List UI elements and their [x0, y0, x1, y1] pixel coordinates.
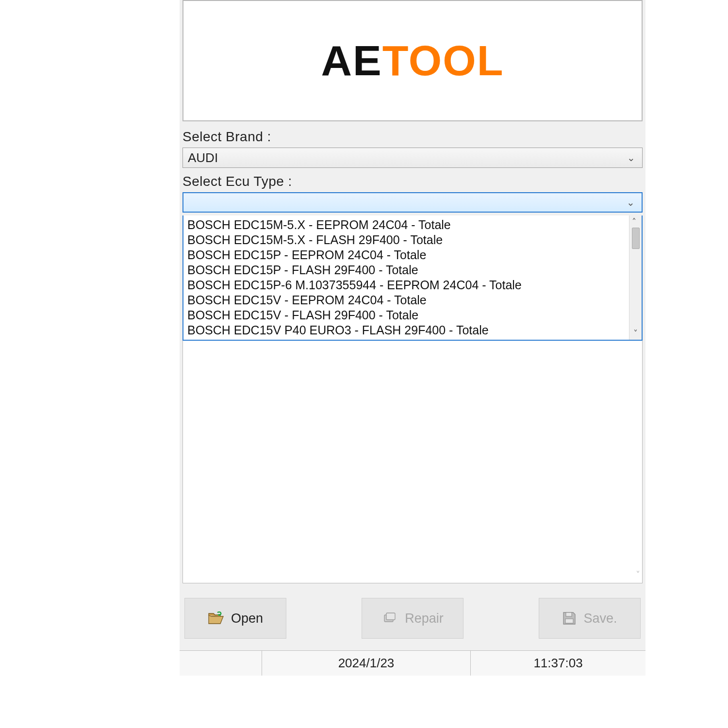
save-button[interactable]: Save. — [539, 598, 641, 639]
chevron-down-icon: ⌄ — [627, 152, 635, 164]
content-area: ˅ — [182, 341, 643, 583]
ecu-type-option[interactable]: BOSCH EDC15V P40 EURO3 - FLASH 29F400 - … — [183, 323, 629, 338]
logo-part-tool: TOOL — [382, 36, 504, 84]
select-brand-label: Select Brand : — [180, 126, 645, 148]
svg-rect-4 — [565, 619, 573, 623]
app-panel: AETOOL Select Brand : AUDI ⌄ Select Ecu … — [180, 0, 645, 676]
ecu-type-option[interactable]: BOSCH EDC15V - EEPROM 24C04 - Totale — [183, 293, 629, 308]
status-date: 2024/1/23 — [262, 651, 471, 676]
brand-select-value: AUDI — [188, 150, 218, 165]
repair-button-label: Repair — [405, 611, 444, 626]
app-logo: AETOOL — [321, 39, 504, 82]
scroll-down-arrow-icon[interactable]: ˅ — [636, 569, 640, 580]
svg-rect-3 — [566, 612, 572, 616]
button-bar: Open Repair Save. — [180, 583, 645, 650]
ecu-type-option-list: BOSCH EDC15M-5.X - EEPROM 24C04 - Totale… — [183, 215, 629, 340]
repair-icon — [381, 611, 398, 626]
status-spacer — [180, 651, 262, 676]
scroll-thumb[interactable] — [632, 228, 640, 249]
folder-open-icon — [208, 612, 224, 625]
logo-part-ae: AE — [321, 36, 382, 84]
open-button[interactable]: Open — [184, 598, 286, 639]
open-button-label: Open — [231, 611, 263, 626]
svg-rect-2 — [386, 613, 395, 620]
brand-select[interactable]: AUDI ⌄ — [182, 148, 643, 168]
chevron-down-icon: ⌄ — [627, 197, 635, 208]
ecu-type-option[interactable]: BOSCH EDC15P - EEPROM 24C04 - Totale — [183, 248, 629, 263]
ecu-type-option[interactable]: BOSCH EDC15V - FLASH 29F400 - Totale — [183, 308, 629, 323]
repair-button[interactable]: Repair — [362, 598, 463, 639]
status-time: 11:37:03 — [471, 651, 645, 676]
ecu-type-option[interactable]: BOSCH EDC15M-5.X - FLASH 29F400 - Totale — [183, 232, 629, 248]
logo-frame: AETOOL — [182, 0, 643, 121]
ecu-type-option[interactable]: BOSCH EDC15M-5.X - EEPROM 24C04 - Totale — [183, 217, 629, 232]
scroll-up-arrow-icon[interactable]: ˄ — [632, 217, 640, 249]
save-button-label: Save. — [583, 611, 617, 626]
ecu-type-dropdown: BOSCH EDC15M-5.X - EEPROM 24C04 - Totale… — [182, 215, 643, 341]
status-bar: 2024/1/23 11:37:03 — [180, 650, 645, 676]
ecu-type-select[interactable]: ⌄ — [182, 192, 643, 213]
select-ecu-label: Select Ecu Type : — [180, 171, 645, 192]
dropdown-scrollbar[interactable]: ˄ ˅ — [629, 215, 642, 340]
scroll-down-arrow-icon[interactable]: ˅ — [633, 329, 638, 338]
ecu-type-option[interactable]: BOSCH EDC15P - FLASH 29F400 - Totale — [183, 263, 629, 278]
save-icon — [562, 611, 577, 626]
ecu-type-option[interactable]: BOSCH EDC15P-6 M.1037355944 - EEPROM 24C… — [183, 278, 629, 293]
